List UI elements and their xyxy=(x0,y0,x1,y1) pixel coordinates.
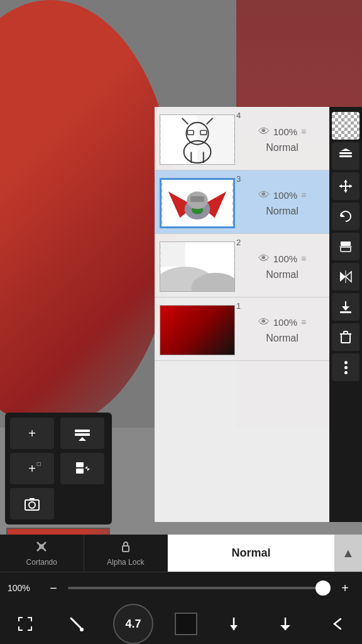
zoom-slider-thumb[interactable] xyxy=(315,580,331,596)
zoom-row: 100% − + xyxy=(0,572,362,604)
undo-arrow-button[interactable] xyxy=(219,609,249,639)
transparency-tool-button[interactable] xyxy=(332,112,359,140)
blend-mode-arrow[interactable]: ▲ xyxy=(334,535,362,572)
svg-marker-51 xyxy=(346,272,351,282)
svg-marker-45 xyxy=(349,184,352,188)
cortando-button[interactable]: Cortando xyxy=(0,535,84,572)
layer-2-number: 2 xyxy=(236,238,241,247)
download-button[interactable] xyxy=(332,293,359,321)
svg-rect-37 xyxy=(339,152,352,154)
layer-1-mode: Normal xyxy=(240,331,324,345)
flip-v-button[interactable] xyxy=(332,233,359,260)
move-layer-button[interactable] xyxy=(332,142,359,170)
layer-2-mode: Normal xyxy=(240,268,324,282)
layer-3-visibility[interactable]: 👁 xyxy=(258,189,270,202)
layer-3-row[interactable]: 👁 100% ≡ Normal xyxy=(155,175,329,231)
layer-3-number: 3 xyxy=(236,174,241,184)
color-swatch[interactable] xyxy=(175,613,197,635)
left-toolbox: + +□ xyxy=(5,413,112,525)
layer-3-percent[interactable]: 👁 100% ≡ xyxy=(258,189,307,202)
layer-1-row[interactable]: 👁 100% ≡ Normal xyxy=(155,303,329,358)
expand-button[interactable] xyxy=(10,609,40,639)
tool-row: 4.7 xyxy=(0,604,362,644)
bottom-bar: Cortando Alpha Lock Normal ▲ 100% − + 4.… xyxy=(0,535,362,644)
flatten-button[interactable] xyxy=(60,418,104,449)
layer-2-percent[interactable]: 👁 100% ≡ xyxy=(258,252,307,265)
right-toolbar xyxy=(329,107,362,522)
svg-marker-64 xyxy=(230,625,238,630)
svg-rect-10 xyxy=(76,462,84,467)
brush-size-selector[interactable]: 4.7 xyxy=(113,604,153,644)
zoom-plus-button[interactable]: + xyxy=(336,581,354,596)
layer-2-visibility[interactable]: 👁 xyxy=(258,252,270,265)
layer-2-controls: 👁 100% ≡ Normal xyxy=(240,252,324,282)
alpha-lock-button[interactable]: Alpha Lock xyxy=(84,535,168,572)
brush-size-value: 4.7 xyxy=(125,618,141,631)
svg-marker-9 xyxy=(79,437,86,441)
svg-point-62 xyxy=(80,628,84,631)
layer-4-visibility[interactable]: 👁 xyxy=(258,125,270,138)
svg-marker-44 xyxy=(339,184,342,188)
layer-1-controls: 👁 100% ≡ Normal xyxy=(240,316,324,345)
trash-button[interactable] xyxy=(332,323,359,351)
layer-2-thumb xyxy=(160,242,235,292)
layer-1-percent[interactable]: 👁 100% ≡ xyxy=(258,316,307,329)
zoom-minus-button[interactable]: − xyxy=(44,581,63,596)
more-button[interactable] xyxy=(332,353,359,381)
layer-3-menu[interactable]: ≡ xyxy=(301,190,306,200)
blend-mode-label: Normal xyxy=(231,547,270,560)
cortando-label: Cortando xyxy=(26,558,57,567)
layer-4-row[interactable]: 👁 100% ≡ Normal xyxy=(155,112,329,167)
svg-marker-50 xyxy=(340,272,346,282)
back-button[interactable] xyxy=(322,609,352,639)
svg-rect-11 xyxy=(76,469,84,474)
svg-rect-58 xyxy=(344,331,348,334)
layer-2-row[interactable]: 👁 100% ≡ Normal xyxy=(155,239,329,294)
layer-4-controls: 👁 100% ≡ Normal xyxy=(240,125,324,155)
layer-3-mode: Normal xyxy=(240,204,324,218)
mode-row: Cortando Alpha Lock Normal ▲ xyxy=(0,535,362,572)
layer-2-menu[interactable]: ≡ xyxy=(301,253,306,264)
brush-button[interactable] xyxy=(62,609,92,639)
layer-4-mode: Normal xyxy=(240,141,324,155)
layer-3-controls: 👁 100% ≡ Normal xyxy=(240,189,324,218)
camera-button[interactable] xyxy=(10,488,54,519)
layer-item-3[interactable]: 3 👁 1 xyxy=(155,170,329,234)
layer-4-percent[interactable]: 👁 100% ≡ xyxy=(258,125,307,138)
layer-3-thumb xyxy=(160,178,235,228)
layer-4-menu[interactable]: ≡ xyxy=(301,126,306,136)
cortando-icon xyxy=(35,540,48,557)
flip-h-button[interactable] xyxy=(332,263,359,291)
merge-button[interactable] xyxy=(60,453,104,484)
add-layer-button[interactable]: + xyxy=(10,418,54,449)
transform-button[interactable] xyxy=(332,172,359,200)
alpha-lock-icon xyxy=(119,540,133,557)
layer-item-2[interactable]: 2 👁 100% ≡ Normal xyxy=(155,234,329,297)
layer-4-thumb xyxy=(160,114,235,165)
svg-rect-15 xyxy=(30,498,35,501)
layer-1-visibility[interactable]: 👁 xyxy=(258,316,270,329)
add-sub-button[interactable]: +□ xyxy=(10,453,54,484)
redo-arrow-button[interactable] xyxy=(270,609,300,639)
zoom-percent-label: 100% xyxy=(8,583,39,593)
svg-rect-55 xyxy=(340,311,351,313)
svg-rect-8 xyxy=(75,433,90,436)
layer-4-art xyxy=(160,115,234,164)
layer-1-menu[interactable]: ≡ xyxy=(301,317,306,327)
layer-4-opacity: 100% xyxy=(273,126,297,137)
zoom-slider[interactable] xyxy=(68,587,331,589)
layer-3-opacity: 100% xyxy=(273,190,297,201)
svg-rect-32 xyxy=(190,196,204,202)
svg-marker-42 xyxy=(344,180,348,182)
rotate-button[interactable] xyxy=(332,203,359,230)
alpha-lock-label: Alpha Lock xyxy=(107,558,144,567)
layer-item-1[interactable]: 1 👁 100% ≡ Normal xyxy=(155,297,329,361)
layer-2-opacity: 100% xyxy=(273,253,297,264)
layer-1-thumb xyxy=(160,305,235,355)
svg-rect-48 xyxy=(341,247,351,252)
layer-item-4[interactable]: 4 👁 xyxy=(155,107,329,170)
svg-marker-54 xyxy=(342,306,349,311)
svg-rect-47 xyxy=(341,242,351,246)
svg-rect-56 xyxy=(341,334,350,343)
layer-4-number: 4 xyxy=(236,111,241,120)
